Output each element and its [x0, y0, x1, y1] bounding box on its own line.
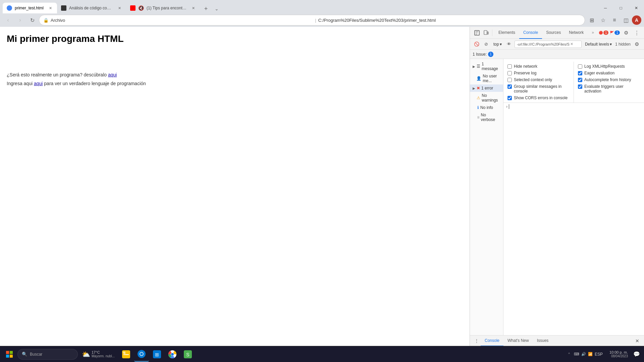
tab-close-3[interactable]: ✕	[191, 5, 196, 11]
new-tab-button[interactable]: +	[201, 4, 211, 13]
bottom-tab-console-label: Console	[485, 338, 499, 343]
hide-network-label[interactable]: Hide network	[514, 64, 537, 69]
minimize-button[interactable]: ─	[598, 3, 613, 13]
tab-close-2[interactable]: ✕	[117, 5, 122, 11]
collections-icon[interactable]: ≡	[609, 15, 620, 25]
autocomplete-history-checkbox[interactable]	[578, 78, 582, 82]
tab-muted-icon[interactable]: 🔇	[138, 5, 144, 11]
tab-overflow-button[interactable]: ⌄	[212, 4, 221, 13]
eager-eval-checkbox[interactable]	[578, 71, 582, 75]
sidebar-item-messages[interactable]: ▶ ☰ 1 message	[470, 60, 503, 72]
taskbar-app-edge[interactable]	[134, 347, 149, 362]
console-settings-button[interactable]: ⚙	[632, 40, 641, 49]
bottom-tab-whats-new[interactable]: What's New	[503, 336, 533, 346]
tab-console[interactable]: Console	[519, 27, 542, 39]
forward-button[interactable]: ›	[15, 15, 25, 25]
console-input-row[interactable]: ›	[503, 103, 644, 110]
bottom-more-button[interactable]: ⋮	[473, 337, 481, 345]
address-input[interactable]: 🔒 Archivo | C:/Program%20Files/Sublime%2…	[39, 15, 585, 25]
show-cors-label[interactable]: Show CORS errors in console	[514, 96, 568, 100]
console-panel: ▶ ☰ 1 message 👤 No user me... ▶ ✖ 1 erro…	[470, 59, 644, 335]
tab-network[interactable]: Network	[565, 27, 588, 39]
device-toggle-button[interactable]	[482, 28, 490, 38]
inspect-element-button[interactable]	[473, 28, 481, 38]
evaluate-triggers-label[interactable]: Evaluate triggers user activation	[584, 84, 640, 94]
taskbar-app-explorer[interactable]	[119, 347, 133, 362]
svg-rect-2	[487, 32, 488, 34]
tab-3[interactable]: 🔇 (1) Tips para encontrar la sol... ✕	[126, 3, 200, 13]
log-xmlhttp-text: Log XMLHttpRequests	[584, 64, 625, 69]
evaluate-triggers-checkbox[interactable]	[578, 84, 582, 89]
svg-rect-1	[484, 31, 487, 35]
preserve-log-label[interactable]: Preserve log	[514, 71, 536, 75]
show-cors-text: Show CORS errors in console	[514, 96, 568, 100]
group-similar-checkbox[interactable]	[507, 84, 512, 89]
tab-more[interactable]: »	[588, 27, 598, 39]
close-button[interactable]: ✕	[629, 3, 644, 13]
back-button[interactable]: ‹	[3, 15, 13, 25]
selected-context-checkbox[interactable]	[507, 78, 512, 82]
tab-elements[interactable]: Elements	[494, 27, 519, 39]
hide-network-checkbox[interactable]	[507, 64, 512, 69]
taskbar-weather[interactable]: ⛅ 17°C Mayorm. nubl...	[82, 350, 115, 358]
sidebar-icon[interactable]: ◫	[621, 15, 631, 25]
autocomplete-history-label[interactable]: Autocomplete from history	[584, 77, 631, 82]
start-button[interactable]	[3, 348, 16, 361]
sidebar-item-verbose[interactable]: ≡ No verbose	[470, 111, 503, 123]
option-log-xmlhttp: Log XMLHttpRequests	[574, 63, 644, 70]
messages-list-icon: ☰	[477, 64, 480, 69]
issues-label: 1 Issue:	[473, 52, 487, 57]
tab-close-1[interactable]: ✕	[48, 5, 53, 11]
issues-count-badge: 1	[488, 52, 493, 57]
profile-avatar[interactable]: A	[632, 15, 641, 25]
filter-clear-icon[interactable]: ✕	[570, 42, 573, 46]
refresh-button[interactable]: ↻	[27, 15, 38, 25]
default-levels-button[interactable]: Default levels ▾	[583, 41, 614, 47]
cast-icon[interactable]: ⊞	[586, 15, 597, 25]
page-line2-after: para ver un verdadero lenguaje de progra…	[43, 81, 146, 86]
sidebar-item-info[interactable]: ℹ No info	[470, 104, 503, 111]
favorites-icon[interactable]: ☆	[598, 15, 608, 25]
tab-sources[interactable]: Sources	[542, 27, 565, 39]
console-toolbar: 🚫 ⊘ top ▾ 👁 -url:file:///C:/Program%20Fi…	[470, 39, 644, 50]
eye-button[interactable]: 👁	[505, 40, 513, 48]
taskbar: 🔍 Buscar ⛅ 17°C Mayorm. nubl... ⊞	[0, 346, 644, 362]
tab-2[interactable]: Análisis de código con detección... ✕	[57, 3, 126, 13]
taskbar-overflow-arrow[interactable]: ^	[568, 352, 570, 356]
options-left-column: Hide network Preserve log	[503, 62, 574, 103]
show-cors-checkbox[interactable]	[507, 96, 512, 100]
sidebar-item-user-messages[interactable]: 👤 No user me...	[470, 72, 503, 84]
selected-context-label[interactable]: Selected context only	[514, 77, 552, 82]
taskbar-volume-icon[interactable]: 🔊	[581, 352, 586, 356]
taskbar-app-chrome[interactable]	[165, 347, 180, 362]
context-selector[interactable]: top ▾	[491, 41, 504, 47]
console-prompt-icon: ›	[506, 104, 507, 109]
sidebar-item-warnings[interactable]: ⚠ No warnings	[470, 92, 503, 104]
tab-1[interactable]: primer_test.html ✕	[3, 3, 57, 13]
page-link-2[interactable]: aqui	[34, 81, 43, 86]
taskbar-system-tray[interactable]: ⌨ 🔊 📶 ESP	[571, 352, 605, 357]
more-options-button[interactable]: ⋮	[632, 28, 641, 38]
bottom-tab-console[interactable]: Console	[481, 336, 503, 346]
sidebar-item-errors[interactable]: ▶ ✖ 1 error	[470, 84, 503, 92]
taskbar-wifi-icon[interactable]: 📶	[588, 352, 593, 356]
bottom-close-button[interactable]: ✕	[633, 337, 641, 345]
taskbar-app-store[interactable]: ⊞	[150, 347, 164, 362]
bottom-tab-issues[interactable]: Issues	[533, 336, 553, 346]
taskbar-app-chrome2[interactable]: S	[180, 347, 195, 362]
settings-button[interactable]: ⚙	[621, 28, 631, 38]
maximize-button[interactable]: □	[613, 3, 629, 13]
log-xmlhttp-checkbox[interactable]	[578, 64, 582, 69]
console-filter-button[interactable]: ⊘	[482, 40, 490, 48]
filter-input[interactable]: -url:file:///C:/Program%20Files/S ✕	[515, 41, 582, 48]
eager-eval-label[interactable]: Eager evaluation	[584, 71, 614, 75]
taskbar-search[interactable]: 🔍 Buscar	[17, 349, 78, 360]
log-xmlhttp-label[interactable]: Log XMLHttpRequests	[584, 64, 625, 69]
notification-button[interactable]: 💬	[632, 350, 641, 359]
page-link-1[interactable]: aqui	[108, 72, 117, 77]
preserve-log-checkbox[interactable]	[507, 71, 512, 75]
group-similar-label[interactable]: Group similar messages in console	[514, 84, 570, 94]
taskbar-clock[interactable]: 10:00 p. m. 08/04/2023	[607, 350, 631, 358]
console-clear-button[interactable]: 🚫	[473, 40, 481, 48]
address-url: C:/Program%20Files/Sublime%20Text%203/pr…	[318, 18, 581, 23]
